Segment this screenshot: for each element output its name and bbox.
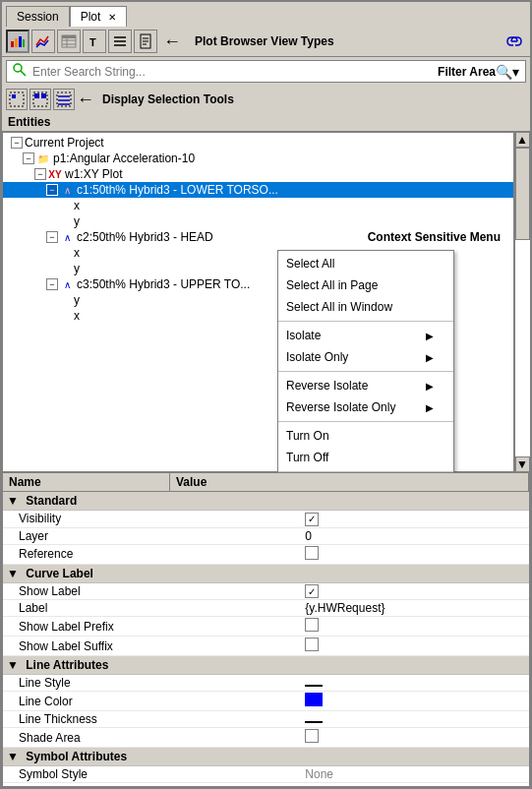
group-line-attributes: ▼ Line Attributes [3,656,529,675]
menu-item-turn-on[interactable]: Turn On [278,425,453,447]
svg-rect-2 [19,36,22,47]
tab-bar: Session Plot ✕ [2,2,530,27]
reference-checkbox[interactable] [305,546,319,560]
tree-item-w1[interactable]: − XY w1:XY Plot [3,166,513,182]
expand-c3-icon[interactable]: − [46,278,58,290]
line-color-swatch[interactable] [305,693,323,706]
search-bar: Filter Area 🔍▾ [6,60,526,83]
svg-rect-0 [11,41,14,47]
prop-line-color: Line Color [3,692,529,711]
prop-line-thickness: Line Thickness [3,711,529,728]
properties-panel: Name Value ▼ Standard Visibility Layer [2,472,530,787]
line-thickness-indicator[interactable] [305,721,323,723]
scroll-up-btn[interactable]: ▲ [515,132,530,148]
expand-c2-icon[interactable]: − [46,231,58,243]
settings-icon[interactable] [108,30,132,53]
svg-rect-23 [34,93,39,98]
prop-visibility: Visibility [3,511,529,528]
group-curve-label: ▼ Curve Label [3,564,529,582]
prop-show-label-prefix: Show Label Prefix [3,617,529,637]
search-options-icon[interactable]: 🔍▾ [496,64,519,80]
expand-p1-icon[interactable]: − [23,152,34,164]
toolbar-arrow-left: ← [163,31,181,52]
display-arrow-left: ← [77,90,94,110]
menu-item-select-all-window[interactable]: Select All in Window [278,296,453,318]
group-standard-expand[interactable]: ▼ [7,494,19,508]
tree-item-c1[interactable]: − ∧ c1:50th% Hybrid3 - LOWER TORSO... [3,182,513,198]
table-icon[interactable] [57,30,81,53]
show-label-suffix-checkbox[interactable] [305,637,319,651]
link-icon[interactable] [502,30,526,53]
tab-plot[interactable]: Plot ✕ [70,6,127,27]
tree-scrollbar[interactable]: ▲ ▼ [514,132,530,472]
tree-item-project[interactable]: − Current Project [3,135,513,151]
separator-2 [278,371,453,372]
scroll-thumb[interactable] [515,148,530,240]
curve-c3-icon: ∧ [60,277,74,291]
tab-session[interactable]: Session [6,6,70,27]
props-header: Name Value [3,473,529,492]
show-label-prefix-checkbox[interactable] [305,618,319,632]
curve-c1-icon: ∧ [60,183,74,197]
toolbar-label: Plot Browser View Types [195,34,334,48]
menu-item-select-all-page[interactable]: Select All in Page [278,274,453,296]
menu-item-isolate-only[interactable]: Isolate Only ▶ [278,346,453,368]
group-curve-label-expand[interactable]: ▼ [7,567,19,580]
select-btn-2[interactable] [30,89,51,110]
context-menu: Select All Select All in Page Select All… [277,250,454,472]
svg-rect-21 [12,94,16,98]
separator-3 [278,421,453,422]
name-col-header: Name [3,473,170,491]
tree-item-p1[interactable]: − 📁 p1:Angular Acceleration-10 [3,151,513,166]
prop-show-label-suffix: Show Label Suffix [3,637,529,656]
selection-tools-bar: ← Display Selection Tools [2,86,530,113]
prop-symbol-style: Symbol Style None [3,766,529,783]
visibility-checkbox[interactable] [305,513,319,526]
prop-shade-area: Shade Area [3,728,529,748]
prop-line-style: Line Style [3,675,529,692]
search-icon [13,63,27,80]
svg-rect-24 [41,93,46,98]
expand-project-icon[interactable]: − [11,137,23,149]
report-icon[interactable] [134,30,157,53]
context-sensitive-menu-label: Context Sensitive Menu [368,230,501,244]
search-input[interactable] [32,65,438,79]
menu-item-reverse-isolate[interactable]: Reverse Isolate ▶ [278,375,453,396]
menu-item-turn-off[interactable]: Turn Off [278,447,453,468]
scroll-down-btn[interactable]: ▼ [515,456,530,472]
line-chart-icon[interactable] [31,30,55,53]
tree-item-c1x[interactable]: x [3,198,513,213]
menu-item-isolate[interactable]: Isolate ▶ [278,325,453,346]
isolate-arrow-icon: ▶ [426,331,434,341]
show-label-checkbox[interactable] [305,584,319,598]
group-symbol-attributes: ▼ Symbol Attributes [3,748,529,766]
toolbar: T ← Plot Browser View Types [2,27,530,57]
main-window: Session Plot ✕ T ← Plot Browser View Typ… [0,0,532,789]
tab-close-icon[interactable]: ✕ [108,12,116,23]
props-table: ▼ Standard Visibility Layer 0 Reference [3,492,529,783]
line-style-indicator[interactable] [305,685,323,687]
text-icon[interactable]: T [83,30,106,53]
svg-text:T: T [89,36,96,48]
menu-item-reverse-isolate-only[interactable]: Reverse Isolate Only ▶ [278,396,453,418]
svg-rect-1 [15,38,18,47]
expand-w1-icon[interactable]: − [34,168,46,180]
bar-chart-icon[interactable] [6,30,30,53]
prop-show-label: Show Label [3,582,529,600]
group-symbol-attributes-expand[interactable]: ▼ [7,750,19,763]
shade-area-checkbox[interactable] [305,729,319,743]
expand-c1-icon[interactable]: − [46,184,58,196]
folder-icon: 📁 [36,152,50,165]
select-btn-1[interactable] [6,89,28,110]
prop-reference: Reference [3,544,529,564]
display-selection-tools-label: Display Selection Tools [102,92,234,106]
value-col-header: Value [170,473,529,491]
prop-label: Label {y.HWRequest} [3,600,529,617]
svg-line-19 [21,71,26,76]
group-line-attributes-expand[interactable]: ▼ [7,658,19,672]
select-btn-3[interactable] [53,89,75,110]
separator-1 [278,321,453,322]
tree-item-c1y[interactable]: y [3,213,513,229]
curve-c2-icon: ∧ [60,230,74,244]
menu-item-select-all[interactable]: Select All [278,253,453,274]
